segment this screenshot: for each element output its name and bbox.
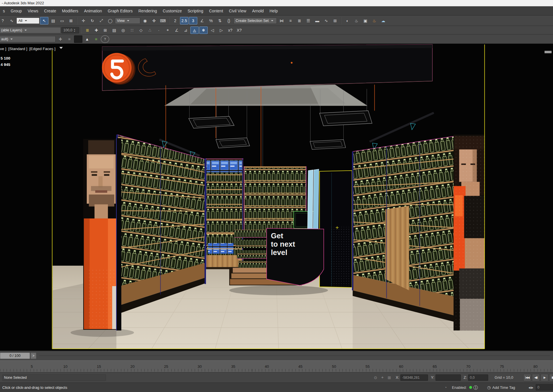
keyboard-shortcut-override-icon[interactable]: ⌨ — [159, 17, 167, 24]
toggle-layer-explorer-icon[interactable]: ☰ — [304, 17, 313, 24]
snap-to-face-icon[interactable]: ⌖ — [164, 26, 172, 34]
listener-toggle-icon[interactable]: X? — [235, 26, 243, 34]
reference-coordinate-system-dropdown[interactable]: View — [115, 18, 140, 24]
edit-named-selection-sets-icon[interactable]: {} — [225, 17, 233, 24]
snap-to-grid-points-icon[interactable]: ∷ — [128, 26, 136, 34]
perspective-viewport[interactable]: Get to next level — [0, 44, 553, 351]
value-spinner[interactable]: 100,0 ▲▼ — [61, 27, 79, 33]
select-and-place-icon[interactable]: ◯ — [106, 17, 114, 24]
viewport-shading-label[interactable]: [Standard ] — [8, 47, 27, 51]
set-current-layer-to-selection-icon[interactable]: ◎ — [119, 26, 127, 34]
snap-2d-icon[interactable]: 2 — [171, 17, 179, 24]
menu-modifiers[interactable]: Modifiers — [59, 9, 81, 13]
previous-frame-button[interactable]: ◀▮ — [532, 374, 540, 381]
menu-civil-view[interactable]: Civil View — [226, 9, 249, 13]
poster-right-woman[interactable] — [454, 135, 485, 330]
rendered-frame-window-icon[interactable]: ▣ — [361, 17, 370, 24]
viewport-pov-label[interactable]: ve ] — [0, 47, 6, 51]
curve-editor-icon[interactable]: ∿ — [322, 17, 330, 24]
go-to-start-button[interactable]: |◀◀ — [523, 374, 531, 381]
select-and-rotate-icon[interactable]: ↻ — [88, 17, 96, 24]
select-objects-in-current-layer-icon[interactable]: ▤ — [110, 26, 118, 34]
adaptive-degradation-icon[interactable]: ◔ — [442, 384, 449, 391]
mirror-icon[interactable]: ⋈ — [277, 17, 286, 24]
select-and-manipulate-icon[interactable]: ✜ — [150, 17, 158, 24]
x-coordinate-field[interactable]: -58348,281 — [400, 374, 428, 381]
use-pivot-point-center-icon[interactable]: ◉ — [141, 17, 149, 24]
toggle-ribbon-icon[interactable]: ▬ — [313, 17, 321, 24]
angle-constraint-icon[interactable]: ∠ — [173, 26, 181, 34]
select-and-uniform-scale-icon[interactable]: ⤢ — [97, 17, 105, 24]
filter-funnel-icon[interactable] — [59, 47, 63, 51]
spinner-snap-toggle-icon[interactable]: ⇅ — [216, 17, 224, 24]
snaps-toggle-icon[interactable]: 2.5 — [180, 17, 188, 24]
menu-animation[interactable]: Animation — [81, 9, 105, 13]
macro-recorder-toggle-icon[interactable]: x? — [226, 26, 234, 34]
freeze-snap-toggle-icon[interactable]: ❄ — [199, 26, 208, 34]
color-swatch[interactable] — [74, 35, 82, 43]
angle-snap-toggle-icon[interactable]: ∠ — [198, 17, 206, 24]
snap-to-edge-icon[interactable]: ∙ — [155, 26, 163, 34]
snap-magnet-icon[interactable]: 3 — [189, 17, 197, 24]
track-bar-ruler[interactable]: 5101520253035404550556065707580 — [0, 360, 553, 372]
time-slider-track[interactable] — [39, 355, 550, 356]
spinner-arrows-icon[interactable]: ▲▼ — [73, 28, 75, 32]
toggle-scene-explorer-icon[interactable]: ≣ — [295, 17, 304, 24]
manage-layers-icon[interactable]: ≣ — [83, 26, 92, 34]
add-selection-to-current-layer-icon[interactable]: ⊞ — [101, 26, 109, 34]
layer-list-dropdown[interactable]: (able Layers) — [0, 27, 61, 33]
render-in-cloud-icon[interactable]: ☁ — [379, 17, 387, 24]
add-time-tag[interactable]: Add Time Tag — [492, 385, 515, 390]
help-icon[interactable]: ? — [101, 35, 109, 43]
ghosting-before-icon[interactable]: ◁ — [208, 26, 217, 34]
blue-panel[interactable] — [308, 170, 313, 231]
next-frame-button[interactable]: ▮▶ — [549, 374, 553, 381]
percent-snap-toggle-icon[interactable]: % — [207, 17, 215, 24]
menu-graph-editors[interactable]: Graph Editors — [105, 9, 135, 13]
viewport-corner-widget[interactable] — [545, 51, 552, 53]
menu-content[interactable]: Content — [206, 9, 226, 13]
select-and-link-icon[interactable]: ∿ — [7, 17, 16, 24]
z-coordinate-field[interactable]: 0,0 — [468, 374, 488, 381]
axis-center-toggle-icon[interactable]: ◬ — [190, 26, 199, 34]
time-tag-arrows-icon[interactable]: ◀▶ — [529, 386, 534, 389]
create-new-layer-icon[interactable]: ✚ — [92, 26, 101, 34]
play-animation-button[interactable]: ▶ — [541, 374, 548, 381]
named-selection-set-dropdown[interactable]: Create Selection Set — [234, 18, 277, 24]
menu-create[interactable]: Create — [41, 9, 59, 13]
align-icon[interactable]: ≡ — [286, 17, 295, 24]
absolute-offset-mode-icon[interactable]: ⊞ — [386, 374, 393, 381]
right-shelving[interactable] — [353, 136, 455, 322]
menu-scripting[interactable]: Scripting — [185, 9, 206, 13]
menu-views[interactable]: Views — [25, 9, 41, 13]
select-object-icon[interactable]: ↖ — [40, 17, 48, 24]
enabled-status-icon[interactable] — [469, 386, 472, 389]
menu-tools-partial[interactable]: s — [0, 9, 8, 13]
help-pick-icon[interactable]: ? — [0, 17, 7, 24]
stack-icon[interactable]: ≡ — [65, 35, 73, 43]
default-container-dropdown[interactable]: ault) — [0, 36, 56, 42]
rectangular-selection-region-icon[interactable]: ▭ — [58, 17, 66, 24]
next-frame-nudge-button[interactable]: > — [31, 353, 36, 359]
render-production-icon[interactable]: ♨ — [370, 17, 378, 24]
ghosting-after-icon[interactable]: ▷ — [217, 26, 226, 34]
select-by-name-icon[interactable]: ▤ — [49, 17, 57, 24]
time-tag-field[interactable]: 0 — [536, 384, 553, 391]
selection-lock-toggle-icon[interactable]: ⊙ — [372, 374, 379, 381]
time-slider-row[interactable]: 0 / 100 > — [0, 351, 553, 360]
select-and-move-icon[interactable]: ✛ — [79, 17, 88, 24]
polygon-constraint-icon[interactable]: ⊿ — [181, 26, 190, 34]
viewport-style-label[interactable]: [Edged Faces ] — [29, 47, 56, 51]
schematic-view-icon[interactable]: ⊞ — [331, 17, 339, 24]
menu-arnold[interactable]: Arnold — [249, 9, 266, 13]
y-coordinate-field[interactable] — [435, 374, 461, 381]
scene-list-icon[interactable]: ≡ — [92, 35, 100, 43]
light-cone-icon[interactable]: ▲ — [83, 35, 91, 43]
snap-target-icon[interactable]: ⌖ — [379, 374, 386, 381]
material-editor-icon[interactable]: ◐ — [343, 17, 352, 24]
snap-to-pivot-icon[interactable]: ◇ — [137, 26, 145, 34]
menu-customize[interactable]: Customize — [160, 9, 185, 13]
blue-panel[interactable] — [313, 169, 319, 230]
menu-rendering[interactable]: Rendering — [135, 9, 160, 13]
track-add-icon[interactable]: ✛ — [56, 35, 65, 43]
